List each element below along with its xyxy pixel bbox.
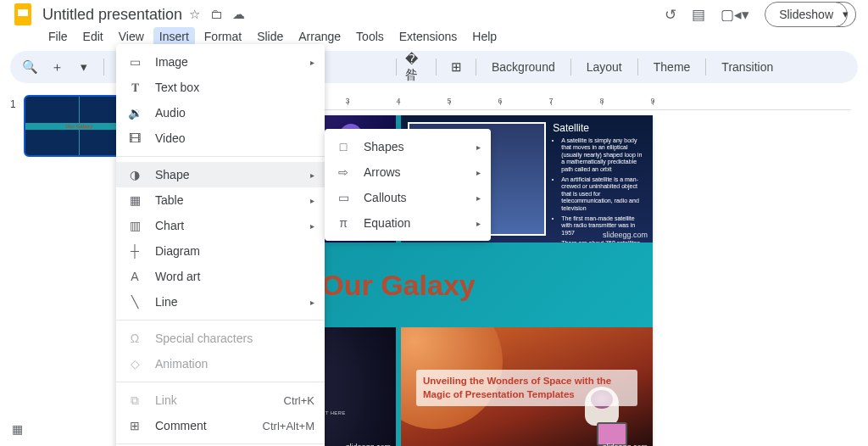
line-icon: ╲: [126, 295, 143, 309]
menu-item-label: Audio: [155, 106, 186, 120]
layout-button[interactable]: Layout: [580, 57, 629, 77]
menu-extensions[interactable]: Extensions: [393, 27, 463, 46]
menu-item-audio[interactable]: 🔉Audio: [116, 100, 325, 125]
watermark: slideegg.com: [346, 443, 391, 446]
search-icon[interactable]: 🔍: [19, 56, 41, 78]
menu-tools[interactable]: Tools: [350, 27, 390, 46]
submenu-arrow-icon: ▸: [476, 168, 481, 177]
menu-item-shapes[interactable]: □Shapes▸: [325, 134, 491, 159]
background-button[interactable]: Background: [485, 57, 562, 77]
animation-icon: ◇: [126, 357, 143, 371]
menu-item-label: Animation: [155, 357, 208, 371]
menu-item-label: Shapes: [364, 140, 403, 153]
submenu-arrow-icon: ▸: [476, 219, 481, 228]
menu-item-diagram[interactable]: ┼Diagram: [116, 238, 325, 264]
move-icon[interactable]: 🗀: [210, 7, 223, 21]
menu-help[interactable]: Help: [466, 27, 503, 46]
menu-item-callouts[interactable]: ▭Callouts▸: [325, 185, 491, 210]
textbox-icon: 𝐓: [126, 81, 143, 95]
menu-item-chart[interactable]: ▥Chart▸: [116, 213, 325, 238]
insert-menu: ▭Image▸𝐓Text box🔉Audio🎞Video◑Shape▸▦Tabl…: [116, 44, 325, 446]
menu-item-line[interactable]: ╲Line▸: [116, 289, 325, 315]
slide-card-wonders: Unveiling the Wonders of Space with the …: [401, 327, 653, 446]
menu-item-arrows[interactable]: ⇨Arrows▸: [325, 159, 491, 185]
diagram-icon: ┼: [126, 244, 143, 258]
menu-item-shape[interactable]: ◑Shape▸: [116, 162, 325, 187]
ruler-label: 9: [650, 97, 654, 105]
menu-item-word-art[interactable]: AWord art: [116, 264, 325, 289]
menu-item-label: Comment: [155, 419, 207, 432]
menu-item-label: Text box: [155, 81, 199, 94]
audio-icon: 🔉: [126, 106, 143, 120]
menu-insert[interactable]: Insert: [153, 27, 195, 46]
link-icon: ⧉: [126, 393, 143, 408]
submenu-arrow-icon: ▸: [310, 170, 314, 180]
submenu-arrow-icon: ▸: [310, 298, 314, 307]
menu-item-comment[interactable]: ⊞CommentCtrl+Alt+M: [116, 413, 325, 438]
grid-view-button[interactable]: ▦: [12, 422, 23, 436]
arrows-icon: ⇨: [335, 165, 352, 179]
submenu-arrow-icon: ▸: [310, 58, 314, 67]
ruler-label: 8: [599, 97, 604, 105]
menu-item-animation: ◇Animation: [116, 351, 325, 376]
zoom-button[interactable]: �昝: [405, 56, 427, 78]
submenu-arrow-icon: ▸: [310, 221, 314, 231]
menu-item-label: Callouts: [364, 191, 407, 204]
doc-title[interactable]: Untitled presentation: [42, 6, 182, 24]
history-icon[interactable]: ↺: [665, 6, 676, 24]
cloud-icon[interactable]: ☁: [232, 7, 245, 21]
ruler-label: 7: [548, 97, 553, 105]
watermark: slideegg.com: [603, 231, 648, 239]
menu-item-label: Chart: [155, 219, 184, 232]
menu-item-special-characters: ΩSpecial characters: [116, 326, 325, 351]
chart-icon: ▥: [126, 219, 143, 232]
menu-item-label: Special characters: [155, 332, 253, 345]
comment-icon: ⊞: [126, 419, 143, 432]
ruler-label: 6: [498, 97, 502, 105]
menu-edit[interactable]: Edit: [77, 27, 109, 46]
submenu-arrow-icon: ▸: [476, 193, 481, 203]
slides-logo[interactable]: [12, 0, 34, 29]
menu-item-label: Word art: [155, 270, 200, 283]
menu-item-label: Shape: [155, 168, 189, 181]
menu-item-image[interactable]: ▭Image▸: [116, 49, 325, 75]
ruler-label: 3: [345, 97, 349, 105]
menu-slide[interactable]: Slide: [251, 27, 289, 46]
menu-shortcut: Ctrl+Alt+M: [263, 420, 314, 432]
menu-item-link: ⧉LinkCtrl+K: [116, 387, 325, 413]
watermark: slideegg.com: [603, 443, 648, 446]
menu-item-equation[interactable]: πEquation▸: [325, 210, 491, 236]
menu-item-label: Arrows: [364, 165, 401, 179]
shapes-icon: □: [335, 140, 352, 153]
menu-item-label: Line: [155, 295, 177, 309]
menu-format[interactable]: Format: [198, 27, 248, 46]
submenu-arrow-icon: ▸: [310, 196, 314, 205]
satellite-bullet: A satellite is simply any body that move…: [561, 137, 646, 173]
menu-item-label: Video: [155, 131, 186, 145]
transition-button[interactable]: Transition: [715, 57, 780, 77]
menu-file[interactable]: File: [42, 27, 74, 46]
star-icon[interactable]: ☆: [189, 7, 200, 21]
video-icon: 🎞: [126, 131, 143, 145]
new-slide-dropdown[interactable]: ▾: [73, 56, 95, 78]
meet-icon[interactable]: ▢◂▾: [721, 6, 749, 24]
shape-icon: ◑: [126, 168, 143, 181]
menu-arrange[interactable]: Arrange: [292, 27, 347, 46]
new-slide-button[interactable]: ＋: [46, 56, 68, 78]
theme-button[interactable]: Theme: [647, 57, 698, 77]
menu-item-label: Equation: [364, 216, 410, 230]
menu-item-table[interactable]: ▦Table▸: [116, 187, 325, 213]
wonders-caption: Unveiling the Wonders of Space with the …: [416, 370, 637, 406]
slide-number: 1: [10, 98, 16, 110]
comments-icon[interactable]: ▤: [692, 6, 705, 24]
menu-view[interactable]: View: [113, 27, 150, 46]
menu-item-label: Diagram: [155, 244, 200, 258]
satellite-bullet: There are about 750 satellites in the sp…: [561, 240, 646, 243]
menu-item-text-box[interactable]: 𝐓Text box: [116, 75, 325, 100]
menu-item-video[interactable]: 🎞Video: [116, 125, 325, 151]
slideshow-dropdown[interactable]: ▾: [836, 2, 856, 27]
ruler-label: 5: [447, 97, 451, 105]
submenu-arrow-icon: ▸: [476, 142, 481, 152]
insert-box-button[interactable]: ⊞: [445, 56, 467, 78]
menu-shortcut: Ctrl+K: [284, 394, 314, 407]
